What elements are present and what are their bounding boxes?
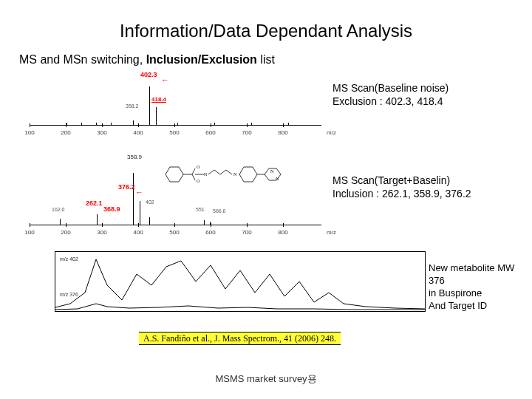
xaxis-tick: 100 <box>24 129 34 136</box>
caption-3-line1: New metabolite MW 376 <box>429 262 532 287</box>
caption-3: New metabolite MW 376 in Buspirone And T… <box>429 262 532 313</box>
peak-402 <box>149 86 150 125</box>
svg-text:N: N <box>233 172 237 177</box>
peak-358 <box>133 173 134 225</box>
xaxis-tick: 700 <box>242 129 251 136</box>
xaxis-tick: 600 <box>205 129 215 136</box>
xaxis-tick: 500 <box>169 229 179 236</box>
spectrum-1-xaxis <box>30 125 321 126</box>
peak-label-402: 402.3 <box>140 71 157 78</box>
spectrum-1: 100 200 300 400 500 600 700 800 m/z 402.… <box>30 74 321 126</box>
peak-label-262: 262.1 <box>86 200 103 207</box>
xaxis-tick: 400 <box>133 229 143 236</box>
caption-3-line2: in Buspirone <box>429 287 532 300</box>
subtitle-suffix: list <box>257 53 275 66</box>
citation-wrap: A.S. Fandiño et al., J. Mass Spectrom., … <box>139 331 341 344</box>
xaxis-tick: 200 <box>61 229 70 236</box>
peak-label-358: 358.9 <box>127 154 142 160</box>
xaxis-tick: 700 <box>242 229 251 236</box>
caption-2: MS Scan(Target+Baselin) Inclusion : 262.… <box>332 174 471 200</box>
svg-text:N: N <box>276 177 279 181</box>
peak-label-551: 551. <box>196 207 206 212</box>
xaxis-label: m/z <box>327 229 336 236</box>
xaxis-label: m/z <box>327 129 336 136</box>
arrow-icon: ← <box>135 188 143 197</box>
peak-label-566: 566.6 <box>213 208 226 214</box>
peak-label-418: 418.4 <box>151 96 166 103</box>
xaxis-tick: 800 <box>278 129 287 136</box>
peak-566 <box>210 222 211 225</box>
caption-1: MS Scan(Baseline noise) Exclusion : 402.… <box>332 81 449 108</box>
svg-marker-7 <box>239 167 257 182</box>
svg-marker-0 <box>166 167 183 182</box>
peak-label-358: 358.2 <box>126 103 139 109</box>
citation: A.S. Fandiño et al., J. Mass Spectrom., … <box>139 332 341 345</box>
peak-376 <box>140 201 140 225</box>
footer-text: MSMS market survey용 <box>0 372 532 386</box>
xaxis-tick: 300 <box>97 129 106 136</box>
xaxis-tick: 400 <box>133 129 143 136</box>
arrow-icon: ← <box>161 75 169 84</box>
peak-label-402: 402 <box>146 200 154 205</box>
caption-3-line3: And Target ID <box>429 300 532 313</box>
peak-402 <box>149 217 150 225</box>
trace-label-376: m/z 376 <box>60 292 78 297</box>
trace-label-402: m/z 402 <box>60 256 78 262</box>
chromatogram: m/z 402 m/z 376 <box>55 251 426 312</box>
peak-label-368: 368.9 <box>103 205 120 213</box>
xaxis-tick: 200 <box>61 129 70 136</box>
peak-162 <box>60 219 61 225</box>
subtitle-bold: Inclusion/Exclusion <box>146 53 257 66</box>
svg-text:O: O <box>197 165 200 169</box>
peak-358 <box>133 120 134 125</box>
caption-1-line1: MS Scan(Baseline noise) <box>332 81 449 95</box>
slide-subtitle: MS and MSn switching, Inclusion/Exclusio… <box>19 53 275 66</box>
caption-2-line1: MS Scan(Target+Baselin) <box>332 174 471 187</box>
xaxis-tick: 800 <box>278 229 287 236</box>
peak-label-162: 162.0 <box>52 207 65 212</box>
caption-2-line2: Inclusion : 262.1, 358.9, 376.2 <box>332 187 471 200</box>
spectrum-2-xaxis <box>30 225 321 225</box>
peak-551 <box>204 220 205 225</box>
molecule-structure: O O N N N N <box>160 158 285 191</box>
svg-text:O: O <box>197 179 200 183</box>
xaxis-tick: 100 <box>24 229 34 236</box>
subtitle-prefix: MS and MSn switching, <box>19 53 146 66</box>
svg-text:N: N <box>270 169 274 174</box>
slide-title: Information/Data Dependant Analysis <box>0 21 532 41</box>
xaxis-tick: 300 <box>97 229 106 236</box>
peak-418 <box>156 107 157 125</box>
svg-text:N: N <box>204 172 208 177</box>
peak-label-376: 376.2 <box>118 183 135 191</box>
caption-1-line2: Exclusion : 402.3, 418.4 <box>332 95 449 108</box>
xaxis-tick: 600 <box>205 229 215 236</box>
xaxis-tick: 500 <box>169 129 179 136</box>
peak-262 <box>97 214 98 225</box>
